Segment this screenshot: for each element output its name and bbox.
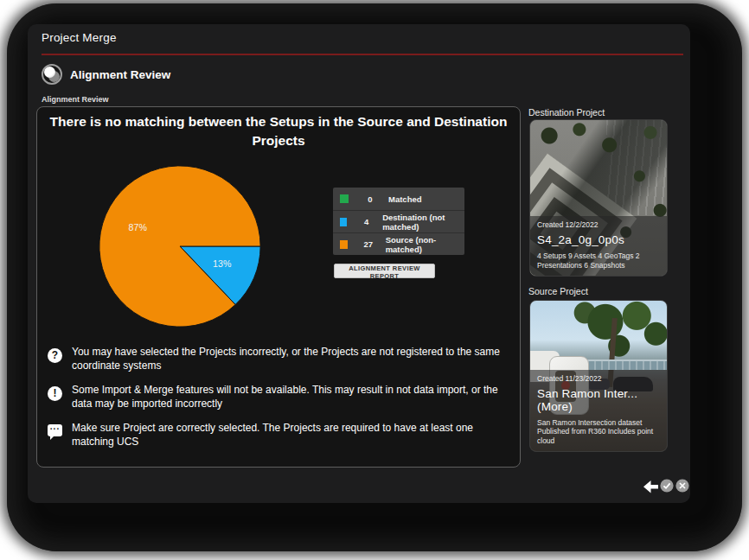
message-text: Some Import & Merge features will not be… — [72, 384, 511, 410]
sphere-front-icon — [44, 67, 55, 78]
project-merge-dialog: Project Merge Alignment Review Alignment… — [28, 24, 690, 503]
source-project-name: San Ramon Inter... (More) — [537, 387, 660, 413]
back-arrow-button[interactable] — [643, 480, 658, 493]
matched-count: 0 — [359, 194, 381, 204]
alignment-review-report-button[interactable]: ALIGNMENT REVIEW REPORT — [334, 264, 435, 278]
check-circle-icon — [660, 479, 674, 493]
destination-project-card[interactable]: Created 12/2/2022 S4_2a_0g_0p0s 4 Setups… — [529, 119, 668, 277]
legend-row-destination: 4 Destination (not matched) — [333, 210, 464, 232]
pie-legend: 0 Matched 4 Destination (not matched) 27… — [333, 188, 464, 255]
comment-icon — [48, 424, 62, 436]
destination-count: 4 — [357, 217, 375, 226]
message-text: You may have selected the Projects incor… — [72, 346, 511, 372]
title-divider — [42, 54, 683, 55]
section-heading: Alignment Review — [70, 68, 170, 81]
source-swatch — [340, 240, 348, 249]
source-project-card[interactable]: Created 11/23/2022 San Ramon Inter... (M… — [529, 300, 668, 452]
section-header: Alignment Review — [42, 63, 170, 86]
dialog-title: Project Merge — [42, 31, 117, 44]
source-count: 27 — [358, 239, 379, 249]
setup-matching-pie-chart: 13%87% — [96, 162, 264, 330]
question-circle-icon — [48, 348, 62, 363]
alignment-spheres-icon — [42, 64, 62, 85]
legend-row-matched: 0 Matched — [333, 188, 464, 210]
exclamation-circle-icon — [48, 386, 62, 401]
svg-text:87%: 87% — [129, 222, 148, 232]
message-row: Make sure Project are correctly selected… — [48, 422, 515, 449]
destination-card-overlay: Created 12/2/2022 S4_2a_0g_0p0s 4 Setups… — [530, 216, 667, 276]
source-card-overlay: Created 11/23/2022 San Ramon Inter... (M… — [530, 370, 667, 452]
destination-label: Destination (not matched) — [382, 213, 464, 232]
message-text: Make sure Project are correctly selected… — [72, 422, 511, 449]
message-row: Some Import & Merge features will not be… — [48, 384, 515, 410]
close-circle-icon — [675, 479, 689, 493]
legend-row-source: 27 Source (non-matched) — [333, 232, 464, 255]
panel-title: There is no matching between the Setups … — [46, 112, 511, 150]
matched-swatch — [340, 194, 349, 203]
destination-swatch — [340, 218, 347, 226]
destination-project-label: Destination Project — [528, 107, 605, 118]
message-row: You may have selected the Projects incor… — [48, 346, 515, 372]
destination-project-stats: 4 Setups 9 Assets 4 GeoTags 2 Presentati… — [537, 251, 660, 270]
svg-text:13%: 13% — [213, 258, 232, 269]
source-project-label: Source Project — [528, 286, 588, 296]
destination-project-name: S4_2a_0g_0p0s — [537, 233, 660, 246]
panel-group-label: Alignment Review — [42, 95, 109, 104]
pie-chart: 13%87% — [96, 162, 264, 330]
confirm-button[interactable] — [660, 479, 674, 493]
source-label: Source (non-matched) — [386, 235, 464, 254]
source-created-date: Created 11/23/2022 — [537, 374, 660, 383]
matched-label: Matched — [388, 194, 422, 204]
destination-created-date: Created 12/2/2022 — [537, 220, 660, 229]
alignment-review-panel: There is no matching between the Setups … — [36, 106, 521, 468]
back-arrow-icon — [643, 480, 658, 493]
page: Project Merge Alignment Review Alignment… — [0, 0, 749, 560]
cancel-button[interactable] — [675, 479, 689, 493]
source-project-description: San Ramon Intersection dataset Published… — [537, 418, 660, 446]
